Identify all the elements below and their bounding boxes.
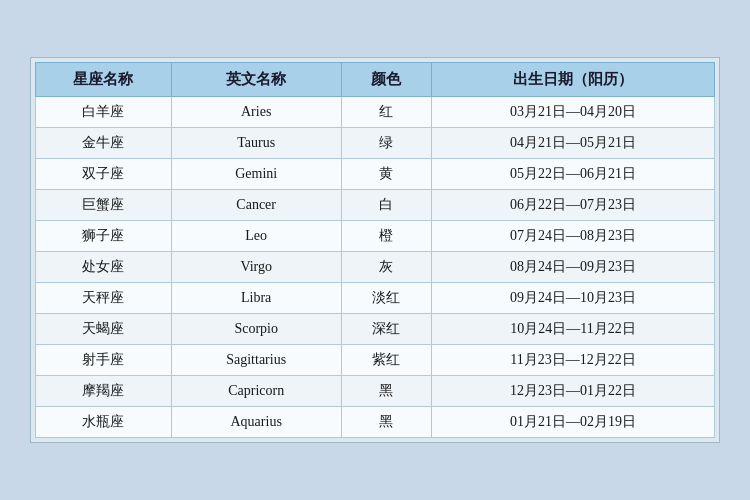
table-row: 天蝎座Scorpio深红10月24日—11月22日 bbox=[36, 314, 715, 345]
cell-english: Aquarius bbox=[171, 407, 341, 438]
table-header-row: 星座名称 英文名称 颜色 出生日期（阳历） bbox=[36, 63, 715, 97]
cell-chinese: 白羊座 bbox=[36, 97, 172, 128]
cell-color: 白 bbox=[341, 190, 432, 221]
cell-english: Aries bbox=[171, 97, 341, 128]
cell-color: 红 bbox=[341, 97, 432, 128]
cell-color: 黄 bbox=[341, 159, 432, 190]
cell-color: 黑 bbox=[341, 407, 432, 438]
zodiac-table: 星座名称 英文名称 颜色 出生日期（阳历） 白羊座Aries红03月21日—04… bbox=[35, 62, 715, 438]
cell-date: 06月22日—07月23日 bbox=[432, 190, 715, 221]
cell-english: Libra bbox=[171, 283, 341, 314]
cell-date: 05月22日—06月21日 bbox=[432, 159, 715, 190]
cell-date: 10月24日—11月22日 bbox=[432, 314, 715, 345]
table-row: 巨蟹座Cancer白06月22日—07月23日 bbox=[36, 190, 715, 221]
table-row: 摩羯座Capricorn黑12月23日—01月22日 bbox=[36, 376, 715, 407]
header-date: 出生日期（阳历） bbox=[432, 63, 715, 97]
cell-english: Scorpio bbox=[171, 314, 341, 345]
cell-english: Virgo bbox=[171, 252, 341, 283]
cell-date: 07月24日—08月23日 bbox=[432, 221, 715, 252]
cell-date: 01月21日—02月19日 bbox=[432, 407, 715, 438]
cell-color: 淡红 bbox=[341, 283, 432, 314]
table-row: 处女座Virgo灰08月24日—09月23日 bbox=[36, 252, 715, 283]
cell-date: 08月24日—09月23日 bbox=[432, 252, 715, 283]
table-row: 射手座Sagittarius紫红11月23日—12月22日 bbox=[36, 345, 715, 376]
cell-chinese: 狮子座 bbox=[36, 221, 172, 252]
cell-english: Leo bbox=[171, 221, 341, 252]
cell-chinese: 天蝎座 bbox=[36, 314, 172, 345]
cell-chinese: 巨蟹座 bbox=[36, 190, 172, 221]
table-row: 狮子座Leo橙07月24日—08月23日 bbox=[36, 221, 715, 252]
table-row: 金牛座Taurus绿04月21日—05月21日 bbox=[36, 128, 715, 159]
table-row: 水瓶座Aquarius黑01月21日—02月19日 bbox=[36, 407, 715, 438]
cell-date: 11月23日—12月22日 bbox=[432, 345, 715, 376]
cell-english: Taurus bbox=[171, 128, 341, 159]
header-english: 英文名称 bbox=[171, 63, 341, 97]
cell-color: 紫红 bbox=[341, 345, 432, 376]
cell-chinese: 双子座 bbox=[36, 159, 172, 190]
cell-english: Capricorn bbox=[171, 376, 341, 407]
cell-chinese: 处女座 bbox=[36, 252, 172, 283]
cell-english: Cancer bbox=[171, 190, 341, 221]
cell-chinese: 水瓶座 bbox=[36, 407, 172, 438]
cell-color: 绿 bbox=[341, 128, 432, 159]
cell-date: 03月21日—04月20日 bbox=[432, 97, 715, 128]
zodiac-table-container: 星座名称 英文名称 颜色 出生日期（阳历） 白羊座Aries红03月21日—04… bbox=[30, 57, 720, 443]
cell-date: 09月24日—10月23日 bbox=[432, 283, 715, 314]
cell-english: Gemini bbox=[171, 159, 341, 190]
table-row: 白羊座Aries红03月21日—04月20日 bbox=[36, 97, 715, 128]
table-row: 双子座Gemini黄05月22日—06月21日 bbox=[36, 159, 715, 190]
cell-chinese: 天秤座 bbox=[36, 283, 172, 314]
cell-chinese: 射手座 bbox=[36, 345, 172, 376]
header-chinese: 星座名称 bbox=[36, 63, 172, 97]
cell-chinese: 摩羯座 bbox=[36, 376, 172, 407]
header-color: 颜色 bbox=[341, 63, 432, 97]
cell-color: 橙 bbox=[341, 221, 432, 252]
cell-color: 黑 bbox=[341, 376, 432, 407]
cell-date: 04月21日—05月21日 bbox=[432, 128, 715, 159]
cell-color: 深红 bbox=[341, 314, 432, 345]
table-row: 天秤座Libra淡红09月24日—10月23日 bbox=[36, 283, 715, 314]
cell-english: Sagittarius bbox=[171, 345, 341, 376]
cell-color: 灰 bbox=[341, 252, 432, 283]
cell-date: 12月23日—01月22日 bbox=[432, 376, 715, 407]
cell-chinese: 金牛座 bbox=[36, 128, 172, 159]
